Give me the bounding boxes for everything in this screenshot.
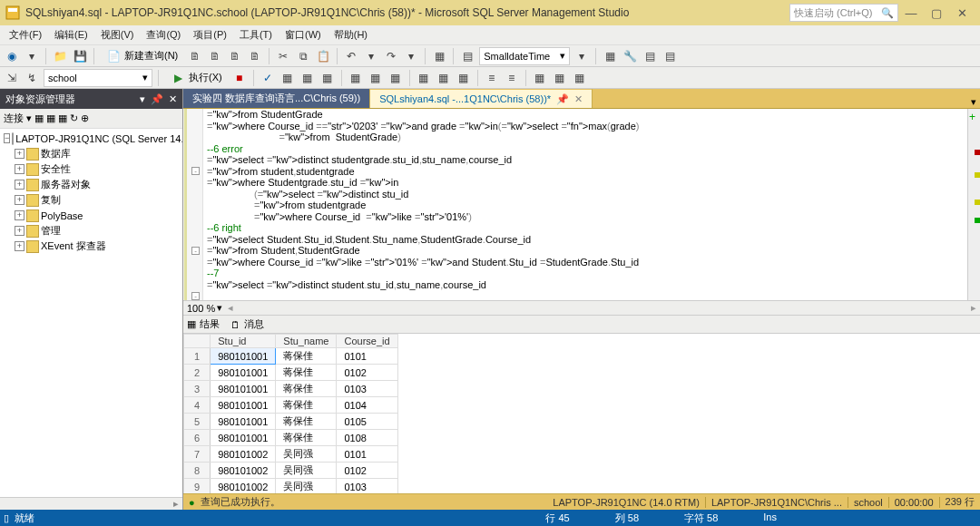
column-header[interactable] <box>184 335 211 348</box>
maximize-button[interactable]: ▢ <box>924 4 949 22</box>
tabs-dropdown-icon[interactable]: ▾ <box>967 96 980 108</box>
tb2-icon-2[interactable]: ↯ <box>24 70 40 86</box>
cell[interactable]: 4 <box>184 397 211 414</box>
tab-active[interactable]: SQLshiyan4.sql -...1Q1NC\Chris (58))* 📌 … <box>370 89 593 108</box>
expand-icon[interactable]: + <box>15 164 24 174</box>
tb2-icon-1[interactable]: ⇲ <box>4 70 20 86</box>
expand-icon[interactable]: + <box>15 149 24 159</box>
new-query-button[interactable]: 📄新建查询(N) <box>100 47 183 65</box>
cell[interactable]: 5 <box>184 414 211 430</box>
menu-edit[interactable]: 编辑(E) <box>49 26 93 44</box>
pane-pin-icon[interactable]: 📌 <box>151 93 163 105</box>
cell[interactable]: 吴同强 <box>276 446 337 463</box>
tab-pin-icon[interactable]: 📌 <box>556 93 569 105</box>
menu-tools[interactable]: 工具(T) <box>234 26 278 44</box>
tb-icon-5[interactable]: ▦ <box>431 48 447 64</box>
tb2-icon-15[interactable]: ▦ <box>552 70 568 86</box>
cell[interactable]: 0102 <box>337 463 397 479</box>
menu-help[interactable]: 帮助(H) <box>328 26 373 44</box>
stop-icon[interactable]: ■ <box>231 70 248 86</box>
menu-project[interactable]: 项目(P) <box>188 26 232 44</box>
cell[interactable]: 0104 <box>337 397 397 414</box>
zoom-value[interactable]: 100 % <box>187 303 215 314</box>
tb2-icon-10[interactable]: ▦ <box>436 70 452 86</box>
cell[interactable]: 7 <box>184 446 211 463</box>
add-icon[interactable]: + <box>969 111 978 120</box>
tree-node[interactable]: +服务器对象 <box>2 177 181 192</box>
scroll-right-icon[interactable]: ▸ <box>971 302 976 314</box>
table-row[interactable]: 1980101001蒋保佳0101 <box>184 348 398 365</box>
conn-icon-4[interactable]: ↻ <box>70 112 78 124</box>
cell[interactable]: 蒋保佳 <box>276 430 337 446</box>
code-area[interactable]: ="kw">from StudentGrade="kw">where Cours… <box>203 109 967 300</box>
expand-icon[interactable]: + <box>15 241 24 251</box>
table-row[interactable]: 7980101002吴同强0101 <box>184 446 398 463</box>
pane-close-icon[interactable]: ✕ <box>169 93 177 105</box>
undo-dd-icon[interactable]: ▾ <box>363 48 379 64</box>
expand-icon[interactable]: + <box>15 195 24 205</box>
quick-launch-input[interactable]: 快速启动 (Ctrl+Q) 🔍 <box>789 4 898 22</box>
results-grid[interactable]: Stu_idStu_nameCourse_id1980101001蒋保佳0101… <box>183 334 980 493</box>
cell[interactable]: 吴同强 <box>276 463 337 479</box>
sql-editor[interactable]: --- ="kw">from StudentGrade="kw">where C… <box>183 109 980 301</box>
zoom-dropdown-icon[interactable]: ▾ <box>217 302 222 314</box>
object-tree[interactable]: −LAPTOP-JR91Q1NC (SQL Server 14.0. +数据库+… <box>0 129 182 497</box>
scroll-left-icon[interactable]: ◂ <box>228 302 233 314</box>
copy-icon[interactable]: ⧉ <box>295 48 311 64</box>
paste-icon[interactable]: 📋 <box>315 48 331 64</box>
fold-icon[interactable]: - <box>191 292 200 300</box>
cell[interactable]: 2 <box>184 365 211 381</box>
tb-icon-9[interactable]: 🔧 <box>622 48 638 64</box>
cell[interactable]: 蒋保佳 <box>276 365 337 381</box>
tree-node[interactable]: +管理 <box>2 223 181 239</box>
conn-icon-3[interactable]: ▦ <box>58 112 67 124</box>
cell[interactable]: 0101 <box>337 348 397 365</box>
tab-inactive[interactable]: 实验四 数据库查询语言...C\Chris (59)) <box>183 89 370 108</box>
table-row[interactable]: 8980101002吴同强0102 <box>184 463 398 479</box>
tree-node[interactable]: +复制 <box>2 192 181 208</box>
tb2-icon-4[interactable]: ▦ <box>299 70 316 86</box>
cell[interactable]: 980101001 <box>211 430 276 446</box>
table-row[interactable]: 2980101001蒋保佳0102 <box>184 365 398 381</box>
datatype-dropdown[interactable]: SmalldateTime▾ <box>479 47 570 65</box>
cell[interactable]: 0101 <box>337 446 397 463</box>
tb-icon-10[interactable]: ▤ <box>642 48 658 64</box>
redo-icon[interactable]: ↷ <box>383 48 399 64</box>
conn-icon-1[interactable]: ▦ <box>34 112 44 124</box>
cell[interactable]: 3 <box>184 381 211 397</box>
tb-icon-3[interactable]: 🗎 <box>227 48 243 64</box>
cell[interactable]: 8 <box>184 463 211 479</box>
table-row[interactable]: 6980101001蒋保佳0108 <box>184 430 398 446</box>
save-icon[interactable]: 💾 <box>72 48 88 64</box>
cell[interactable]: 9 <box>184 479 211 494</box>
tree-root[interactable]: −LAPTOP-JR91Q1NC (SQL Server 14.0. <box>2 131 181 146</box>
cell[interactable]: 0108 <box>337 430 397 446</box>
cell[interactable]: 980101002 <box>211 479 276 494</box>
tb2-icon-6[interactable]: ▦ <box>348 70 364 86</box>
table-row[interactable]: 5980101001蒋保佳0105 <box>184 414 398 430</box>
tb2-icon-11[interactable]: ▦ <box>456 70 472 86</box>
conn-icon-5[interactable]: ⊕ <box>81 112 89 124</box>
conn-icon-2[interactable]: ▦ <box>46 112 55 124</box>
tb-icon-11[interactable]: ▤ <box>662 48 678 64</box>
cell[interactable]: 980101001 <box>211 414 276 430</box>
cell[interactable]: 980101001 <box>211 348 276 365</box>
results-tab[interactable]: ▦结果 <box>187 317 220 331</box>
execute-button[interactable]: ▶执行(X) <box>164 69 228 87</box>
cell[interactable]: 0103 <box>337 479 397 494</box>
cell[interactable]: 蒋保佳 <box>276 381 337 397</box>
cell[interactable]: 吴同强 <box>276 479 337 494</box>
parse-icon[interactable]: ✓ <box>260 70 276 86</box>
tb-icon-6[interactable]: ▤ <box>459 48 475 64</box>
tab-close-icon[interactable]: ✕ <box>574 93 583 105</box>
undo-icon[interactable]: ↶ <box>343 48 359 64</box>
close-button[interactable]: ✕ <box>949 4 975 22</box>
column-header[interactable]: Stu_id <box>211 335 276 348</box>
menu-view[interactable]: 视图(V) <box>95 26 140 44</box>
cell[interactable]: 980101001 <box>211 397 276 414</box>
expand-icon[interactable]: + <box>15 226 24 236</box>
cell[interactable]: 980101001 <box>211 365 276 381</box>
column-header[interactable]: Course_id <box>337 335 397 348</box>
redo-dd-icon[interactable]: ▾ <box>403 48 419 64</box>
tree-node[interactable]: +PolyBase <box>2 208 181 223</box>
